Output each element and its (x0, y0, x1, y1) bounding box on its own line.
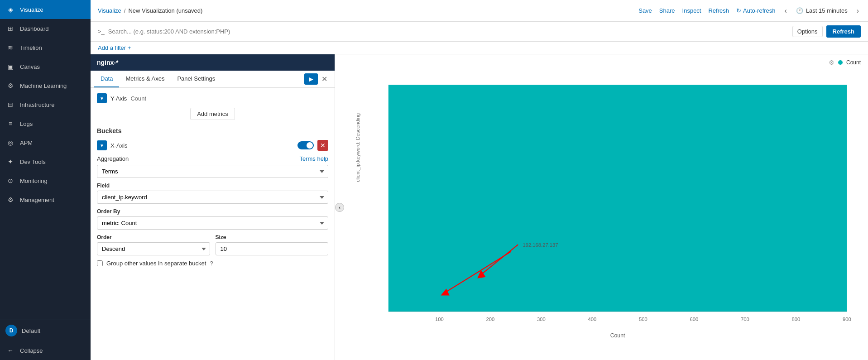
xaxis-collapse-button[interactable]: ▼ (97, 140, 107, 150)
group-checkbox-row: Group other values in separate bucket ? (97, 260, 328, 267)
aggregation-label: Aggregation (97, 155, 129, 162)
monitoring-icon: ⊙ (5, 176, 15, 186)
options-button[interactable]: Options (792, 26, 823, 37)
ip-label: 192.168.27.137 (523, 242, 558, 248)
panel-tabs: Data Metrics & Axes Panel Settings ▶ ✕ (91, 71, 335, 88)
x-tick-700: 700 (741, 317, 749, 322)
sidebar-item-visualize[interactable]: ◈ Visualize (0, 0, 91, 19)
y-axis-count: Count (130, 95, 146, 102)
sidebar-label-machine-learning: Machine Learning (20, 82, 67, 89)
collapse-label: Collapse (20, 347, 43, 354)
play-icon: ▶ (309, 76, 313, 82)
buckets-title: Buckets (97, 127, 328, 134)
sidebar-item-monitoring[interactable]: ⊙ Monitoring (0, 171, 91, 190)
time-prev-button[interactable]: ‹ (783, 7, 789, 15)
aggregation-select[interactable]: TermsHistogramDate HistogramRangeFilters… (97, 165, 328, 178)
sidebar-item-logs[interactable]: ≡ Logs (0, 114, 91, 133)
order-size-row: Order DescendAscend Size (97, 234, 328, 255)
left-panel: nginx-* Data Metrics & Axes Panel Settin… (91, 54, 335, 360)
legend-label: Count (846, 59, 861, 66)
y-axis-collapse-button[interactable]: ▼ (97, 93, 107, 103)
xaxis-label: X-Axis (110, 142, 294, 149)
sidebar-label-infrastructure: Infrastructure (20, 101, 55, 108)
x-tick-800: 800 (791, 317, 800, 322)
legend-dot (838, 60, 843, 65)
y-axis-label: Y-Axis (110, 95, 127, 102)
share-button[interactable]: Share (659, 7, 675, 14)
field-select[interactable]: client_ip.keyword (97, 191, 328, 204)
search-refresh-button[interactable]: Refresh (826, 25, 861, 38)
refresh-icon: ↻ (736, 7, 741, 14)
x-tick-400: 400 (588, 317, 596, 322)
panel-close-button[interactable]: ✕ (318, 72, 331, 86)
breadcrumb-current: New Visualization (unsaved) (128, 7, 202, 14)
sidebar-item-dashboard[interactable]: ⊞ Dashboard (0, 19, 91, 38)
buckets-section: Buckets ▼ X-Axis ✕ Aggregation Terms hel… (97, 127, 328, 267)
inspect-button[interactable]: Inspect (682, 7, 701, 14)
timelion-icon: ≋ (5, 43, 15, 53)
breadcrumb-visualize[interactable]: Visualize (98, 7, 121, 14)
breadcrumb: Visualize / New Visualization (unsaved) (98, 7, 202, 14)
clock-icon: 🕐 (796, 7, 803, 14)
breadcrumb-sep: / (124, 7, 126, 14)
help-icon[interactable]: ? (210, 260, 213, 267)
apm-icon: ◎ (5, 138, 15, 148)
xaxis-delete-button[interactable]: ✕ (317, 140, 328, 151)
sidebar-item-machine-learning[interactable]: ⚙ Machine Learning (0, 76, 91, 95)
x-tick-900: 900 (843, 317, 851, 322)
sidebar-label-visualize: Visualize (20, 6, 43, 13)
sidebar-label-apm: APM (20, 139, 33, 146)
add-filter-button[interactable]: Add a filter + (98, 44, 131, 51)
search-prompt-icon: >_ (98, 28, 105, 35)
group-checkbox[interactable] (97, 260, 103, 266)
autorefresh-button[interactable]: ↻ Auto-refresh (736, 7, 776, 14)
sidebar-item-management[interactable]: ⚙ Management (0, 190, 91, 209)
tab-panel-settings[interactable]: Panel Settings (171, 71, 221, 87)
collapse-sidebar[interactable]: ← Collapse (0, 341, 91, 360)
run-button[interactable]: ▶ (304, 73, 318, 85)
sidebar-item-dev-tools[interactable]: ✦ Dev Tools (0, 152, 91, 171)
save-button[interactable]: Save (638, 7, 652, 14)
xaxis-toggle[interactable] (297, 141, 314, 149)
chart-collapse-button[interactable]: ‹ (335, 203, 344, 212)
topbar: Visualize / New Visualization (unsaved) … (91, 0, 868, 22)
collapse-icon: ← (5, 346, 15, 355)
user-menu[interactable]: D Default (0, 320, 91, 341)
sidebar-item-timelion[interactable]: ≋ Timelion (0, 38, 91, 57)
y-axis-chart-label: client_ip.keyword: Descending (355, 113, 360, 182)
sidebar-item-infrastructure[interactable]: ⊟ Infrastructure (0, 95, 91, 114)
sidebar-label-dashboard: Dashboard (20, 25, 49, 32)
order-by-select[interactable]: metric: Count (97, 216, 328, 230)
search-input[interactable] (108, 28, 789, 35)
sidebar-item-canvas[interactable]: ▣ Canvas (0, 57, 91, 76)
terms-help-link[interactable]: Terms help (299, 155, 328, 162)
field-label: Field (97, 182, 328, 189)
sidebar-item-apm[interactable]: ◎ APM (0, 133, 91, 152)
group-checkbox-label: Group other values in separate bucket (106, 260, 206, 267)
time-range[interactable]: 🕐 Last 15 minutes (796, 7, 848, 14)
add-metrics-button[interactable]: Add metrics (190, 108, 235, 120)
dashboard-icon: ⊞ (5, 24, 15, 34)
chart-bar (388, 85, 847, 312)
time-next-button[interactable]: › (855, 7, 861, 15)
user-avatar: D (5, 325, 17, 336)
chart-legend: ⚙ Count (342, 59, 861, 66)
size-input[interactable] (216, 242, 329, 255)
panel-scroll-content[interactable]: ▼ Y-Axis Count Add metrics Buckets ▼ X-A… (91, 88, 335, 360)
time-range-label: Last 15 minutes (806, 7, 848, 14)
order-select[interactable]: DescendAscend (97, 242, 210, 255)
sidebar-label-dev-tools: Dev Tools (20, 158, 46, 165)
visualize-icon: ◈ (5, 5, 15, 14)
refresh-button-top[interactable]: Refresh (708, 7, 729, 14)
tab-data[interactable]: Data (94, 71, 119, 87)
sidebar-label-canvas: Canvas (20, 63, 40, 70)
x-tick-500: 500 (639, 317, 647, 322)
aggregation-row: Aggregation Terms help (97, 155, 328, 162)
x-axis-title: Count (610, 332, 625, 339)
size-label: Size (216, 234, 329, 240)
tab-metrics-axes[interactable]: Metrics & Axes (119, 71, 171, 87)
filterbar: Add a filter + (91, 42, 868, 54)
machine-learning-icon: ⚙ (5, 81, 15, 91)
legend-gear-icon[interactable]: ⚙ (829, 59, 834, 66)
dev-tools-icon: ✦ (5, 157, 15, 167)
